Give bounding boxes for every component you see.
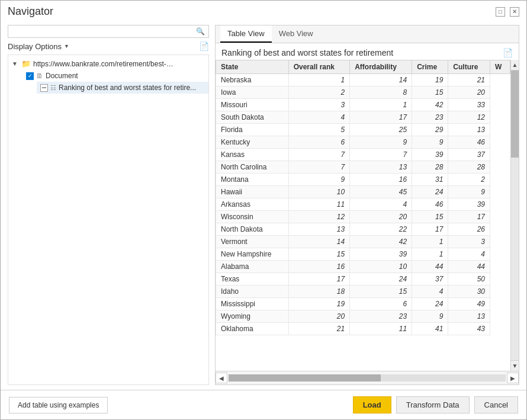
table-cell: 39: [350, 248, 412, 261]
table-cell: Missouri: [216, 99, 289, 111]
document-checkbox[interactable]: ✓: [26, 72, 34, 80]
table-checkbox[interactable]: [40, 84, 48, 92]
import-icon[interactable]: 📄: [199, 41, 209, 51]
scroll-up-arrow[interactable]: ▲: [511, 60, 519, 70]
search-input[interactable]: [12, 27, 196, 36]
table-cell: 7: [288, 161, 350, 174]
table-cell: 46: [412, 198, 448, 211]
table-cell: 20: [448, 86, 490, 99]
table-wrapper: State Overall rank Affordability Crime C…: [216, 60, 510, 371]
table-row: Florida5252913: [216, 124, 510, 136]
folder-icon: 📁: [21, 59, 31, 68]
table-cell: 14: [288, 236, 350, 248]
table-cell: 46: [448, 136, 490, 149]
table-cell: North Dakota: [216, 223, 289, 236]
scroll-thumb-vertical[interactable]: [511, 70, 519, 158]
table-cell: 4: [412, 286, 448, 298]
table-cell: 50: [448, 273, 490, 286]
add-table-button[interactable]: Add table using examples: [9, 397, 108, 413]
scroll-left-arrow[interactable]: ◀: [216, 373, 227, 383]
table-cell: 1: [288, 74, 350, 86]
table-cell: 24: [412, 186, 448, 198]
tree-item-url[interactable]: ▼ 📁 https://www.bankrate.com/retirement/…: [8, 57, 208, 70]
table-cell: Montana: [216, 174, 289, 186]
footer: Add table using examples Load Transform …: [1, 390, 526, 419]
tab-table-view[interactable]: Table View: [220, 25, 272, 43]
table-row: Montana916312: [216, 174, 510, 186]
table-cell: 4: [448, 248, 490, 261]
scroll-right-arrow[interactable]: ▶: [507, 373, 519, 383]
table-cell: 9: [412, 136, 448, 149]
table-cell: 29: [412, 124, 448, 136]
tree-url-label: https://www.bankrate.com/retirement/best…: [33, 60, 175, 68]
load-button[interactable]: Load: [353, 396, 391, 413]
tree-item-document[interactable]: ✓ 🗎 Document: [23, 70, 208, 82]
table-cell: 28: [448, 161, 490, 174]
tree-sub-area: ✓ 🗎 Document ☷ Ranking of best and worst: [8, 70, 208, 94]
scroll-down-arrow[interactable]: ▼: [511, 360, 519, 371]
tree-area: ▼ 📁 https://www.bankrate.com/retirement/…: [8, 54, 209, 385]
table-cell: 44: [448, 261, 490, 273]
table-row: North Dakota13221726: [216, 223, 510, 236]
table-cell: Iowa: [216, 86, 289, 99]
table-cell: 13: [448, 124, 490, 136]
col-w: W: [490, 60, 510, 74]
display-options-button[interactable]: Display Options ▼: [8, 42, 69, 51]
title-bar: Navigator □ ✕: [1, 1, 526, 20]
table-row: Hawaii1045249: [216, 186, 510, 198]
minimize-button[interactable]: □: [496, 7, 505, 17]
table-cell: 42: [412, 99, 448, 111]
cancel-button[interactable]: Cancel: [474, 396, 518, 413]
table-cell: 33: [448, 99, 490, 111]
preview-header: Ranking of best and worst states for ret…: [216, 43, 519, 60]
document-icon: 🗎: [36, 72, 43, 80]
table-cell: 28: [412, 161, 448, 174]
table-cell: 11: [350, 323, 412, 335]
table-cell: 11: [288, 198, 350, 211]
table-cell: 15: [412, 211, 448, 223]
table-row: Kentucky69946: [216, 136, 510, 149]
table-icon: ☷: [50, 84, 56, 92]
vertical-scrollbar[interactable]: ▲ ▼: [510, 60, 519, 371]
table-cell: Florida: [216, 124, 289, 136]
scroll-thumb-horizontal[interactable]: [229, 374, 381, 381]
table-cell: 13: [448, 310, 490, 323]
table-cell: Wyoming: [216, 310, 289, 323]
table-row: Kansas773937: [216, 149, 510, 161]
footer-left: Add table using examples: [9, 397, 108, 413]
transform-data-button[interactable]: Transform Data: [396, 396, 470, 413]
table-cell: South Dakota: [216, 111, 289, 124]
table-label: Ranking of best and worst states for ret…: [59, 84, 196, 92]
table-cell: 9: [288, 174, 350, 186]
table-row: Idaho1815430: [216, 286, 510, 298]
display-options-bar: Display Options ▼ 📄: [8, 41, 209, 51]
table-row: South Dakota4172312: [216, 111, 510, 124]
table-cell: Kentucky: [216, 136, 289, 149]
table-cell: 7: [350, 149, 412, 161]
table-row: Wisconsin12201517: [216, 211, 510, 223]
export-icon[interactable]: 📄: [503, 48, 513, 57]
tree-item-table[interactable]: ☷ Ranking of best and worst states for r…: [37, 82, 208, 94]
table-row: Oklahoma21114143: [216, 323, 510, 335]
table-cell: 2: [288, 86, 350, 99]
table-cell: Wisconsin: [216, 211, 289, 223]
table-cell: 19: [288, 298, 350, 310]
table-cell: 9: [448, 186, 490, 198]
table-cell: 5: [288, 124, 350, 136]
col-culture: Culture: [448, 60, 490, 74]
table-and-scroll: State Overall rank Affordability Crime C…: [216, 60, 519, 371]
table-cell: 42: [350, 236, 412, 248]
table-cell: 7: [288, 149, 350, 161]
horizontal-scrollbar[interactable]: ◀ ▶: [216, 371, 519, 384]
table-cell: 30: [448, 286, 490, 298]
table-cell: 4: [288, 111, 350, 124]
table-cell: Oklahoma: [216, 323, 289, 335]
table-row: Missouri314233: [216, 99, 510, 111]
table-row: Mississippi1962449: [216, 298, 510, 310]
table-cell: 13: [288, 223, 350, 236]
tab-web-view[interactable]: Web View: [272, 25, 320, 43]
document-label: Document: [46, 72, 78, 80]
col-state: State: [216, 60, 289, 74]
table-row: New Hampshire153914: [216, 248, 510, 261]
close-button[interactable]: ✕: [510, 7, 519, 17]
